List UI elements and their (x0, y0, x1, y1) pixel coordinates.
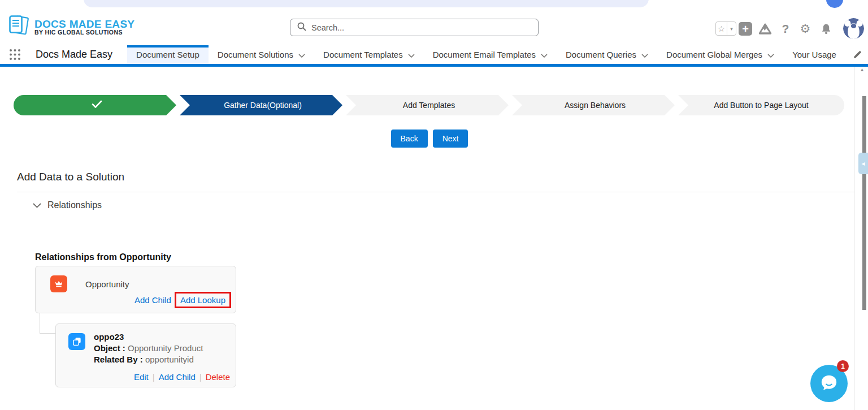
chevron-down-icon (298, 50, 305, 59)
global-search (290, 19, 539, 36)
help-icon[interactable]: ? (779, 21, 792, 37)
app-nav-bar: Docs Made Easy Document Setup Document S… (0, 45, 868, 67)
trailhead-icon[interactable] (758, 22, 772, 36)
relationships-section-label: Relationships (47, 200, 102, 210)
add-child-link[interactable]: Add Child (134, 295, 171, 305)
object-value: Opportunity Product (128, 343, 203, 353)
opportunity-icon (50, 275, 67, 292)
related-by-label: Related By : (94, 355, 143, 364)
page-title: Add Data to a Solution (17, 171, 124, 183)
global-actions-button[interactable]: + (739, 22, 752, 36)
step-completed[interactable] (14, 95, 180, 115)
logo-subtitle: BY HIC GLOBAL SOLUTIONS (34, 29, 134, 36)
progress-path: Gather Data(Optional) Add Templates Assi… (14, 95, 844, 115)
chevron-down-icon (767, 50, 774, 59)
setup-gear-icon[interactable]: ⚙ (798, 21, 812, 37)
step-gather-data[interactable]: Gather Data(Optional) (180, 95, 346, 115)
child-relationship-card: oppo23 Object : Opportunity Product Rela… (55, 323, 236, 387)
browser-chrome-strip (0, 0, 868, 8)
chat-bubble-icon (818, 372, 840, 395)
app-launcher-waffle-icon[interactable] (9, 45, 21, 64)
tab-document-templates[interactable]: Document Templates (314, 45, 424, 64)
add-child-link[interactable]: Add Child (159, 372, 196, 382)
vertical-scrollbar-thumb[interactable] (862, 96, 866, 310)
chevron-down-icon (408, 50, 415, 59)
user-avatar[interactable] (843, 18, 864, 39)
content-right-border (854, 67, 855, 410)
relationships-section-toggle[interactable]: Relationships (33, 200, 102, 210)
child-card-object-row: Object : Opportunity Product (94, 343, 203, 354)
scrollbar-up-arrow[interactable]: ▴ (861, 66, 863, 72)
object-label: Object : (94, 343, 125, 353)
logo-title: DOCS MADE EASY (34, 19, 134, 30)
check-icon (92, 100, 102, 110)
search-input[interactable] (311, 23, 531, 32)
browser-url-bar[interactable] (84, 0, 649, 7)
tab-document-email-templates[interactable]: Document Email Templates (424, 45, 557, 64)
child-card-related-row: Related By : opportunityid (94, 354, 203, 365)
edit-nav-pencil-icon[interactable] (853, 50, 862, 62)
chat-unread-badge: 1 (837, 360, 849, 372)
collapse-panel-toggle[interactable]: ◂ (858, 153, 868, 174)
step-assign-behaviors[interactable]: Assign Behaviors (512, 95, 678, 115)
tab-your-usage[interactable]: Your Usage (783, 45, 845, 64)
link-separator: | (199, 372, 202, 382)
link-separator: | (153, 372, 155, 382)
child-card-details: oppo23 Object : Opportunity Product Rela… (94, 331, 203, 365)
opportunity-card-links: Add Child Add Lookup (134, 292, 231, 308)
red-highlight-box: Add Lookup (175, 292, 231, 308)
chevron-left-icon: ◂ (861, 159, 865, 167)
relationships-tree-heading: Relationships from Opportunity (35, 252, 171, 262)
chevron-down-icon (541, 50, 548, 59)
tab-document-global-merges[interactable]: Document Global Merges (657, 45, 783, 64)
app-header: DOCS MADE EASY BY HIC GLOBAL SOLUTIONS ☆… (0, 8, 868, 45)
logo-document-icon (8, 14, 31, 40)
wizard-buttons: Back Next (0, 130, 859, 148)
related-by-value: opportunityid (145, 355, 194, 364)
next-button[interactable]: Next (433, 130, 468, 148)
tab-document-solutions[interactable]: Document Solutions (209, 45, 314, 64)
tree-connector-line (40, 313, 55, 334)
child-card-title: oppo23 (94, 331, 203, 343)
favorites-button[interactable]: ☆ ▾ (715, 21, 736, 36)
app-window: DOCS MADE EASY BY HIC GLOBAL SOLUTIONS ☆… (0, 0, 868, 410)
app-name: Docs Made Easy (36, 45, 112, 64)
tab-document-setup[interactable]: Document Setup (127, 45, 209, 64)
plus-icon: + (742, 23, 749, 35)
search-icon (297, 22, 306, 33)
step-add-button-to-page-layout[interactable]: Add Button to Page Layout (678, 95, 844, 115)
add-lookup-link[interactable]: Add Lookup (180, 295, 225, 305)
chevron-down-icon (33, 200, 41, 210)
browser-profile-avatar[interactable] (826, 0, 843, 8)
child-card-links: Edit | Add Child | Delete (134, 372, 230, 382)
chevron-down-icon (641, 50, 648, 59)
opportunity-card: Opportunity Add Child Add Lookup (35, 266, 236, 313)
delete-link[interactable]: Delete (206, 372, 230, 382)
docs-made-easy-logo: DOCS MADE EASY BY HIC GLOBAL SOLUTIONS (8, 14, 134, 40)
opportunity-card-title: Opportunity (85, 279, 129, 289)
chevron-down-icon: ▾ (727, 22, 736, 35)
step-add-templates[interactable]: Add Templates (346, 95, 512, 115)
tab-document-queries[interactable]: Document Queries (557, 45, 657, 64)
opportunity-product-icon (68, 333, 85, 350)
back-button[interactable]: Back (391, 130, 428, 148)
star-icon: ☆ (716, 22, 727, 35)
edit-link[interactable]: Edit (134, 372, 149, 382)
nav-tabs: Document Setup Document Solutions Docume… (127, 45, 845, 64)
notifications-bell-icon[interactable] (819, 22, 833, 36)
section-divider (17, 192, 854, 192)
